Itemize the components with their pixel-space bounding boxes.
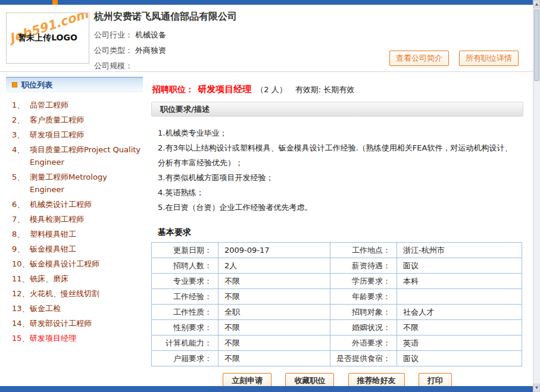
sidebar-item-job-2[interactable]: 2、客户质量工程师	[12, 112, 143, 127]
job-headcount: （2 人）	[256, 85, 286, 94]
content-area: 职位列表 1、品管工程师 2、客户质量工程师 3、研发项目工程师 4、项目质量工…	[0, 72, 533, 388]
job-number: 4、	[12, 143, 30, 168]
sidebar-item-job-10[interactable]: 10、钣金模具设计工程师	[12, 256, 143, 271]
job-title-label: 招聘职位：	[152, 84, 194, 94]
sidebar-item-job-3[interactable]: 3、研发项目工程师	[12, 127, 143, 142]
job-link-label: 塑料模具钳工	[30, 228, 143, 240]
field-value: 浙江-杭州市	[397, 243, 522, 258]
sidebar-item-job-8[interactable]: 8、塑料模具钳工	[12, 227, 143, 242]
job-description-line: 4.英语熟练；	[158, 185, 519, 200]
company-name: 杭州安费诺飞凤通信部品有限公司	[94, 11, 533, 27]
job-description-line: 3.有类似机械方面项目开发经验；	[158, 170, 519, 185]
job-number: 2、	[12, 114, 30, 126]
company-scale-label: 公司规模：	[94, 61, 133, 70]
sidebar-item-job-9[interactable]: 9、钣金模具钳工	[12, 242, 143, 256]
field-value: 不限	[219, 289, 330, 305]
field-label: 婚姻状况：	[330, 320, 397, 335]
company-industry-label: 公司行业：	[94, 30, 133, 39]
scrollbar-up-arrow-icon[interactable]: ▲	[533, 0, 540, 8]
company-type-label: 公司类型：	[94, 46, 133, 55]
company-header: Job591.com 暂未上传LOGO 杭州安费诺飞凤通信部品有限公司 公司行业…	[0, 5, 533, 72]
job-number: 8、	[12, 228, 30, 240]
job-number: 11、	[12, 272, 30, 285]
table-row: 专业要求： 不限 学历要求： 本科	[152, 274, 522, 289]
field-label: 计算机能力：	[152, 335, 219, 351]
scrollbar-thumb[interactable]	[534, 10, 539, 81]
table-row: 计算机能力： 不限 外语要求： 英语	[152, 335, 522, 351]
job-description: 1.机械类专业毕业； 2.有3年以上结构设计或塑料模具、钣金模具设计工作经验.（…	[150, 117, 525, 219]
vertical-scrollbar[interactable]: ▲ ▼	[533, 0, 540, 392]
sidebar-item-job-5[interactable]: 5、测量工程师Metrology Engineer	[12, 170, 143, 197]
all-jobs-detail-button[interactable]: 所有职位详情	[459, 51, 519, 66]
job-number: 7、	[12, 213, 30, 225]
sidebar-item-job-7[interactable]: 7、模具检测工程师	[12, 212, 143, 227]
field-label: 薪资待遇：	[330, 258, 397, 274]
job-link-label: 模具检测工程师	[30, 213, 143, 225]
sidebar-item-job-14[interactable]: 14、研发部设计工程师	[12, 316, 143, 331]
field-label: 更新日期：	[152, 243, 219, 258]
field-label: 招聘对象：	[330, 305, 397, 320]
section-job-description-header: 职位要求/描述	[151, 102, 523, 117]
company-industry-row: 公司行业：机械设备	[94, 27, 533, 43]
section-job-description-title: 职位要求/描述	[160, 105, 210, 114]
job-number: 5、	[12, 171, 30, 196]
field-value: 不限	[397, 320, 522, 335]
job-link-label: 客户质量工程师	[30, 114, 143, 126]
sidebar-item-job-1[interactable]: 1、品管工程师	[12, 98, 143, 112]
top-bar-blue-segment-2	[58, 0, 533, 5]
sidebar-item-job-6[interactable]: 6、机械类设计工程师	[12, 197, 143, 212]
top-bar-blue-segment	[0, 0, 52, 5]
job-title-row: 招聘职位： 研发项目经理 （2 人） 有效期: 长期有效	[150, 77, 525, 101]
sidebar-item-job-13[interactable]: 13、钣金工检	[12, 301, 143, 316]
sidebar-item-job-15-active[interactable]: 15、研发项目经理	[12, 331, 143, 346]
job-number: 1、	[12, 99, 30, 111]
field-value: 2人	[219, 258, 330, 274]
job-link-label: 钣金模具设计工程师	[30, 258, 143, 270]
orange-square-bullet-icon	[12, 82, 17, 87]
view-company-profile-button[interactable]: 查看公司简介	[389, 51, 449, 66]
field-label: 年龄要求：	[330, 289, 397, 305]
job-number: 6、	[12, 198, 30, 211]
job-number: 10、	[12, 258, 30, 270]
company-industry-value: 机械设备	[135, 30, 166, 39]
job-description-line: 2.有3年以上结构设计或塑料模具、钣金模具设计工作经验.（熟练使用相关FEA软件…	[158, 140, 519, 170]
job-number: 13、	[12, 302, 30, 315]
job-list: 1、品管工程师 2、客户质量工程师 3、研发项目工程师 4、项目质量工程师Pro…	[6, 98, 143, 346]
job-link-label: 铣床、磨床	[30, 272, 143, 285]
job-link-label: 品管工程师	[30, 99, 143, 111]
job-link-label: 钣金模具钳工	[30, 243, 143, 255]
header-buttons: 查看公司简介 所有职位详情	[382, 51, 519, 66]
sidebar-item-job-12[interactable]: 12、火花机、慢丝线切割	[12, 286, 143, 301]
job-validity: 有效期: 长期有效	[295, 85, 355, 94]
field-value: 社会人才	[397, 305, 522, 320]
job-link-label: 研发项目工程师	[30, 128, 143, 141]
job-link-label: 钣金工检	[30, 302, 143, 315]
sidebar-item-job-11[interactable]: 11、铣床、磨床	[12, 271, 143, 286]
top-bar-orange-segment	[52, 0, 58, 5]
job-link-label: 研发项目经理	[30, 332, 143, 344]
field-value: 英语	[397, 335, 522, 351]
table-row: 工作经验： 不限 年龄要求：	[152, 289, 522, 305]
job-list-sidebar: 职位列表 1、品管工程师 2、客户质量工程师 3、研发项目工程师 4、项目质量工…	[6, 77, 143, 388]
sidebar-title: 职位列表	[21, 80, 52, 90]
logo-placeholder-text: 暂未上传LOGO	[7, 33, 89, 43]
job-link-label: 测量工程师Metrology Engineer	[30, 171, 143, 196]
job-description-line: 1.机械类专业毕业；	[158, 126, 519, 140]
job-number: 15、	[12, 332, 30, 344]
job-link-label: 火花机、慢丝线切割	[30, 287, 143, 300]
field-value: 面议	[397, 258, 522, 274]
field-label: 是否提供食宿：	[330, 351, 397, 366]
table-row: 性别要求： 不限 婚姻状况： 不限	[152, 320, 522, 335]
sidebar-item-job-4[interactable]: 4、项目质量工程师Project Quality Engineer	[12, 142, 143, 170]
top-decoration-bar	[0, 0, 533, 5]
job-title: 研发项目经理	[198, 84, 251, 95]
field-value: 面议	[397, 351, 522, 366]
table-row: 更新日期： 2009-09-17 工作地点： 浙江-杭州市	[152, 243, 522, 258]
sidebar-header: 职位列表	[6, 77, 143, 92]
field-label: 性别要求：	[152, 320, 219, 335]
scrollbar-down-arrow-icon[interactable]: ▼	[533, 384, 540, 392]
field-label: 工作经验：	[152, 289, 219, 305]
field-label: 户籍要求：	[152, 351, 219, 366]
table-row: 工作性质： 全职 招聘对象： 社会人才	[152, 305, 522, 320]
job-description-line: 5.在日资（台资）企业工作经验者优先考虑。	[158, 200, 519, 215]
